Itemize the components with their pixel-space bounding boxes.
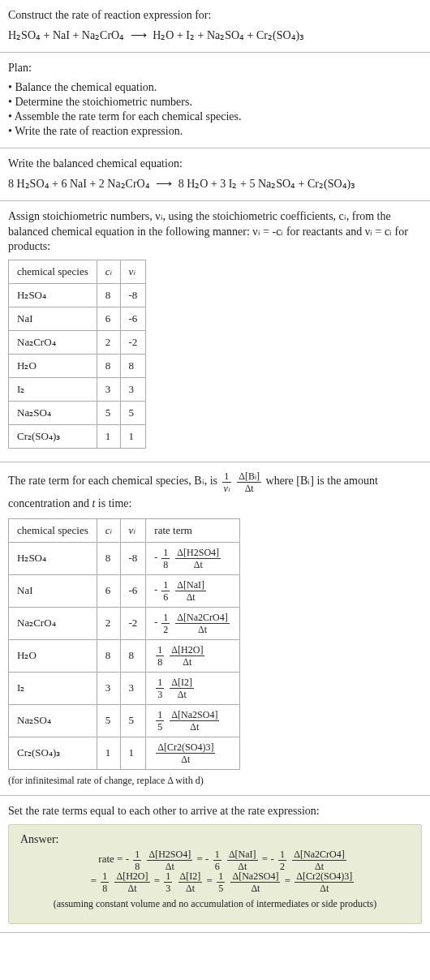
sp: NaI [9,574,97,607]
coef-frac: 13 [156,677,164,699]
rateterm-row: Na₂CrO₄ 2 -2 - 12 Δ[Na2CrO4]Δt [9,607,240,639]
coef-frac: 16 [213,849,221,871]
v: -8 [120,284,146,307]
v: 1 [120,737,146,769]
v: 5 [120,704,146,737]
rateterm-row: H₂O 8 8 18 Δ[H2O]Δt [9,639,240,672]
delta-frac: Δ[H2SO4]Δt [175,548,221,570]
rateterm-row: Na₂SO₄ 5 5 15 Δ[Na2SO4]Δt [9,704,240,737]
dBi-over-dt: Δ[Bᵢ] Δt [237,471,261,493]
sp: H₂SO₄ [9,542,97,574]
eq: = [262,853,271,865]
c: 5 [97,402,120,425]
stoich-row: NaI6-6 [9,307,146,331]
arrow-icon: ⟶ [156,177,172,191]
eq-lhs: H₂SO₄ + NaI + Na₂CrO₄ [8,29,124,41]
delta-frac: Δ[I2]Δt [178,871,203,893]
rt-post2: concentration and [8,497,92,509]
rt-h1: chemical species [9,518,97,542]
stoich-row: Na₂CrO₄2-2 [9,331,146,355]
section-plan: Plan: Balance the chemical equation. Det… [0,53,430,148]
unbalanced-equation: H₂SO₄ + NaI + Na₂CrO₄ ⟶ H₂O + I₂ + Na₂SO… [8,28,422,42]
c: 8 [97,284,120,307]
rt-pre: The rate term for each chemical species,… [8,475,221,487]
rt-h2: cᵢ [97,518,120,542]
arrow-icon: ⟶ [131,28,147,42]
eq-rhs: H₂O + I₂ + Na₂SO₄ + Cr₂(SO₄)₃ [153,29,304,41]
rateterm-header-row: chemical species cᵢ νᵢ rate term [9,518,240,542]
v: 5 [120,402,146,425]
sp: NaI [9,307,97,331]
sp: I₂ [9,672,97,704]
delta-frac: Δ[NaI]Δt [227,849,258,871]
rt-h4: rate term [146,518,239,542]
sp: H₂SO₄ [9,284,97,307]
answer-intro: Set the rate terms equal to each other t… [8,804,422,819]
delta-frac: Δ[Na2CrO4]Δt [292,849,346,871]
sp: Na₂CrO₄ [9,607,97,639]
sp: Na₂CrO₄ [9,331,97,355]
rt-post3: is time: [95,497,131,509]
c: 2 [97,607,120,639]
plan-title: Plan: [8,61,422,76]
coef-frac: 18 [101,871,109,893]
delta-frac: Δ[H2O]Δt [114,871,149,893]
infinitesimal-note: (for infinitesimal rate of change, repla… [8,775,422,787]
plan-item-1: Balance the chemical equation. [8,81,422,94]
stoich-row: Na₂SO₄55 [9,402,146,425]
v: -8 [120,542,146,574]
plan-item-2: Determine the stoichiometric numbers. [8,96,422,109]
v: 3 [120,672,146,704]
sp: Cr₂(SO₄)₃ [9,425,97,449]
section-answer: Set the rate terms equal to each other t… [0,796,430,933]
neg: - [205,853,209,865]
c: 8 [97,355,120,378]
coef-frac: 18 [161,548,170,570]
sp: Na₂SO₄ [9,402,97,425]
balanced-equation: 8 H₂SO₄ + 6 NaI + 2 Na₂CrO₄ ⟶ 8 H₂O + 3 … [8,177,422,191]
delta-frac: Δ[Cr2(SO4)3]Δt [156,742,215,764]
eq: = [154,875,163,887]
rate-term: 15 Δ[Na2SO4]Δt [146,704,239,737]
c: 8 [97,542,120,574]
coef-frac: 12 [278,849,286,871]
v: -2 [120,331,146,355]
rate-term: 18 Δ[H2O]Δt [146,639,239,672]
stoich-row: H₂SO₄8-8 [9,284,146,307]
one-over-nu: 1 νᵢ [222,471,231,493]
coef-frac: 13 [164,871,172,893]
sp: H₂O [9,639,97,672]
rate-term: - 18 Δ[H2SO4]Δt [146,542,239,574]
rateterm-table: chemical species cᵢ νᵢ rate term H₂SO₄ 8… [8,518,240,770]
sp: Na₂SO₄ [9,704,97,737]
rt-post1: where [Bᵢ] is the amount [266,475,378,487]
c: 5 [97,704,120,737]
balanced-title: Write the balanced chemical equation: [8,157,422,172]
v: -6 [120,574,146,607]
delta-frac: Δ[H2SO4]Δt [147,849,192,871]
eq: = [207,875,216,887]
rateterm-intro: The rate term for each chemical species,… [8,471,422,513]
coef-frac: 15 [156,710,164,732]
rate-term: - 12 Δ[Na2CrO4]Δt [146,607,239,639]
v: 8 [120,639,146,672]
neg: - [126,853,129,865]
c: 1 [97,425,120,449]
v: -2 [120,607,146,639]
coef-frac: 18 [156,645,164,667]
eq: = [196,853,205,865]
construct-title: Construct the rate of reaction expressio… [8,8,422,24]
eq: = [285,875,294,887]
rateterm-row: H₂SO₄ 8 -8 - 18 Δ[H2SO4]Δt [9,542,240,574]
rate-expression: rate = - 18 Δ[H2SO4]Δt = - 16 Δ[NaI]Δt =… [20,849,410,893]
rateterm-row: I₂ 3 3 13 Δ[I2]Δt [9,672,240,704]
delta-frac: Δ[I2]Δt [170,677,194,699]
coef-frac: 16 [161,580,170,602]
delta-frac: Δ[H2O]Δt [170,645,204,667]
delta-frac: Δ[Na2SO4]Δt [170,710,219,732]
stoich-table: chemical species cᵢ νᵢ H₂SO₄8-8 NaI6-6 N… [8,260,146,449]
c: 3 [97,378,120,402]
section-rateterm: The rate term for each chemical species,… [0,462,430,795]
plan-item-3: Assemble the rate term for each chemical… [8,110,422,123]
stoich-h2: cᵢ [97,260,120,284]
